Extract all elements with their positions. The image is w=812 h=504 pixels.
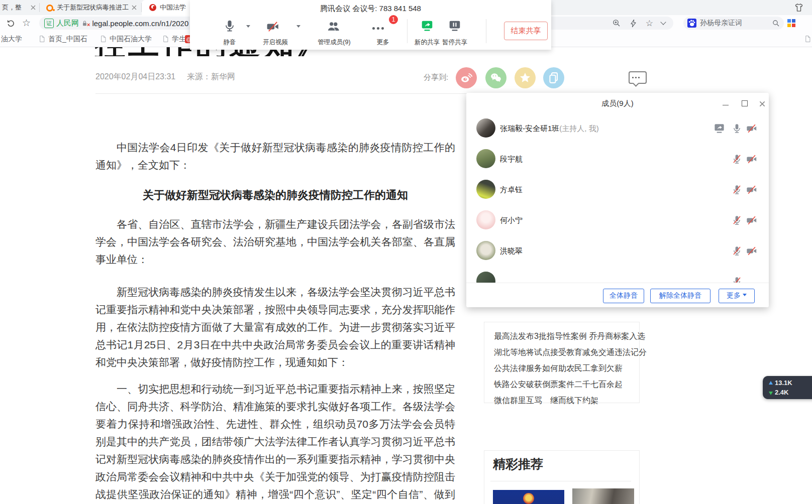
notice-heading: 关于做好新型冠状病毒感染的肺炎疫情防控工作的通知 xyxy=(95,188,455,203)
article-paragraph: 中国法学会4日印发《关于做好新型冠状病毒感染的肺炎疫情防控工作的通知》，全文如下… xyxy=(95,139,455,174)
camera-off-icon[interactable] xyxy=(746,123,757,134)
site-logo-icon xyxy=(149,4,156,11)
recommend-box: 精彩推荐 xyxy=(484,450,640,504)
member-row[interactable]: 何小宁 xyxy=(466,205,769,235)
avatar xyxy=(476,149,495,168)
member-row-host[interactable]: 张瑞毅-安全研1班(主持人, 我) xyxy=(466,113,769,144)
search-box[interactable]: 孙杨母亲证词 xyxy=(683,17,784,30)
insecure-x-icon: × xyxy=(87,22,90,28)
tab-partial[interactable]: 页，整 xyxy=(0,0,39,15)
url-text[interactable]: legal.people.com.cn/n1/2020 xyxy=(92,19,188,28)
grid-square xyxy=(787,24,791,27)
chevron-down-icon[interactable] xyxy=(660,19,666,25)
more-ellipsis-icon[interactable] xyxy=(372,27,384,30)
minimize-icon[interactable] xyxy=(722,99,730,107)
search-icon[interactable] xyxy=(772,19,780,27)
grid-square xyxy=(792,24,795,27)
member-row-partial[interactable] xyxy=(466,266,769,283)
avatar xyxy=(476,210,495,229)
back-icon[interactable] xyxy=(6,19,16,28)
mic-muted-icon[interactable] xyxy=(732,215,742,225)
share-copy-icon[interactable] xyxy=(543,67,564,88)
member-panel: 成员(9人) 张瑞毅-安全研1班(主持人, 我) 段宇航 方卓钰 何小宁 xyxy=(466,93,769,307)
end-share-button[interactable]: 结束共享 xyxy=(504,22,548,40)
page-icon xyxy=(804,35,811,43)
theme-skin-icon[interactable] xyxy=(794,3,804,13)
more-members-button[interactable]: 更多 xyxy=(719,289,755,303)
member-name: 洪晓翠 xyxy=(500,235,523,266)
news-link[interactable]: 铁路公安破获倒票案件二千七百余起 xyxy=(494,380,623,390)
baidu-paw-icon xyxy=(687,19,696,28)
divider xyxy=(490,481,631,481)
recommend-image-police[interactable] xyxy=(493,490,564,504)
member-row[interactable]: 方卓钰 xyxy=(466,174,769,205)
search-engine-icon xyxy=(46,5,53,12)
maximize-icon[interactable] xyxy=(741,99,749,107)
article-paragraph: 一、切实把思想和行动统一到习近平总书记重要指示精神上来，按照坚定信心、同舟共济、… xyxy=(95,380,455,504)
page-icon xyxy=(99,35,107,43)
grid-square xyxy=(792,19,795,23)
share-weibo-icon[interactable] xyxy=(456,67,477,88)
favorite-star-icon[interactable]: ☆ xyxy=(22,18,31,28)
bookmark-star-icon[interactable]: ☆ xyxy=(646,19,653,28)
tab-label: 关于新型冠状病毒推进工 xyxy=(57,0,127,15)
pause-share-button[interactable]: 暂停共享 xyxy=(435,38,475,47)
mic-on-icon[interactable] xyxy=(732,123,742,134)
news-link[interactable]: 微信群里互骂 继而线下约架 xyxy=(494,396,598,406)
tab-label: 页，整 xyxy=(2,0,22,15)
mic-muted-icon[interactable] xyxy=(732,154,742,164)
unmute-all-button[interactable]: 解除全体静音 xyxy=(650,289,710,303)
camera-off-icon[interactable] xyxy=(746,245,757,257)
mic-muted-icon[interactable] xyxy=(732,184,742,195)
comment-bubble-icon[interactable] xyxy=(629,71,647,84)
caret-down-icon xyxy=(743,294,747,298)
lightning-icon[interactable] xyxy=(629,19,638,28)
close-tab-icon[interactable] xyxy=(30,5,36,11)
camera-off-icon[interactable] xyxy=(746,184,757,195)
page-icon xyxy=(162,35,169,43)
start-video-button[interactable]: 开启视频 xyxy=(255,38,295,47)
member-name: 方卓钰 xyxy=(500,174,523,205)
member-panel-footer: 全体静音 解除全体静音 更多 xyxy=(466,283,769,308)
manage-members-button[interactable]: 管理成员(9) xyxy=(307,38,362,47)
avatar xyxy=(476,272,495,283)
bookmark-item[interactable]: 首页_中国石 xyxy=(48,31,87,47)
camera-off-icon[interactable] xyxy=(746,154,757,165)
microphone-icon xyxy=(223,19,236,32)
bookmark-item[interactable]: 油大学 xyxy=(1,31,22,47)
recommend-image-building[interactable] xyxy=(572,488,634,504)
share-label: 分享到: xyxy=(424,73,448,82)
member-row[interactable]: 段宇航 xyxy=(466,144,769,174)
mute-button[interactable]: 静音 xyxy=(215,38,245,47)
upload-speed: 13.1K xyxy=(775,378,792,388)
member-name: 段宇航 xyxy=(500,144,523,174)
member-row[interactable]: 洪晓翠 xyxy=(466,235,769,266)
news-link[interactable]: 湖北等地将试点接受教育减免交通违法记分 xyxy=(494,347,647,358)
close-icon[interactable] xyxy=(759,100,766,107)
video-dropdown-caret-icon[interactable] xyxy=(296,25,300,30)
mic-muted-icon[interactable] xyxy=(732,276,742,283)
share-qzone-icon[interactable] xyxy=(515,67,536,88)
apps-grid-icon[interactable] xyxy=(787,19,795,27)
tencent-meeting-toolbar: 腾讯会议 会议号: 783 841 548 静音 开启视频 管理成员(9) 1 … xyxy=(190,0,551,50)
camera-off-icon[interactable] xyxy=(746,215,757,226)
recommend-title: 精彩推荐 xyxy=(493,456,543,472)
mute-all-button[interactable]: 全体静音 xyxy=(603,289,644,303)
more-button[interactable]: 更多 xyxy=(371,38,395,47)
share-wechat-icon[interactable] xyxy=(485,67,506,88)
mute-dropdown-caret-icon[interactable] xyxy=(246,25,250,30)
new-share-screen-icon xyxy=(421,19,434,32)
page-icon xyxy=(38,35,46,43)
network-speed-badge[interactable]: 13.1K 2.4K xyxy=(763,376,812,399)
mic-muted-icon[interactable] xyxy=(732,245,742,256)
pause-share-screen-icon xyxy=(448,19,461,32)
news-link[interactable]: 公共法律服务如何助农民工拿到欠薪 xyxy=(494,363,623,374)
news-link[interactable]: 最高法发布3批指导性案例 乔丹商标案入选 xyxy=(494,331,645,342)
search-query[interactable]: 孙杨母亲证词 xyxy=(700,19,742,28)
zoom-in-icon[interactable] xyxy=(612,19,621,28)
tab-covid-search[interactable]: 关于新型冠状病毒推进工 xyxy=(40,0,141,15)
bookmark-item[interactable]: 中国石油大学 xyxy=(110,31,152,47)
article-source: 来源：新华网 xyxy=(187,72,235,81)
close-tab-icon[interactable] xyxy=(131,5,137,11)
avatar xyxy=(476,180,495,199)
